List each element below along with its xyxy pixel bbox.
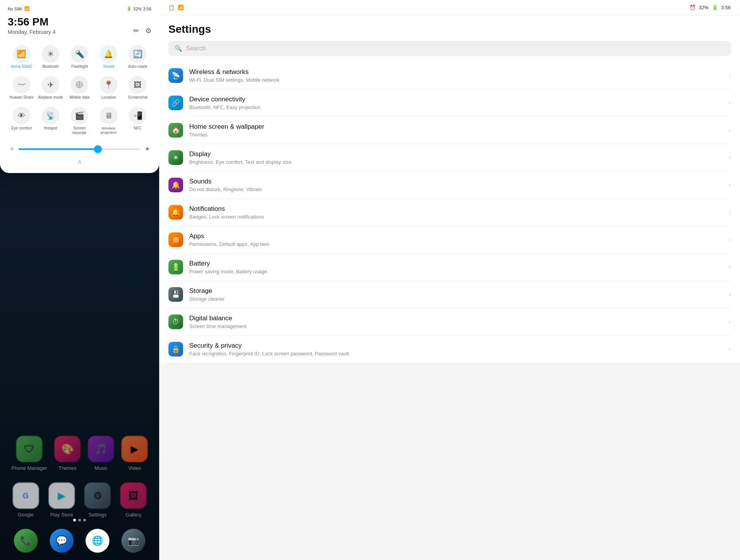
- toggle-sound[interactable]: 🔔 Sound: [95, 42, 122, 71]
- settings-content: Settings 🔍 Search 📡 Wireless & networks …: [159, 15, 740, 363]
- notif-header-row: 3:56 PM Monday, February 4 ✏ ⚙: [8, 16, 151, 35]
- toggle-screen-recorder[interactable]: 🎬 Screen recorder: [66, 104, 93, 138]
- security-subtitle: Face recognition, Fingerprint ID, Lock s…: [189, 351, 729, 357]
- device-chevron: ›: [729, 99, 731, 106]
- dock-chrome-icon[interactable]: 🌐: [86, 529, 109, 553]
- panel-collapse-arrow[interactable]: ∧: [8, 158, 151, 165]
- blur-app-settings: ⚙ Settings: [84, 483, 111, 518]
- edit-button[interactable]: ✏: [133, 27, 139, 35]
- nfc-label: NFC: [134, 126, 142, 131]
- notifications-subtitle: Badges, Lock screen notifications: [189, 214, 729, 220]
- wireless-title: Wireless & networks: [189, 68, 729, 76]
- notif-header-icons: ✏ ⚙: [133, 27, 151, 35]
- location-icon: 📍: [100, 76, 118, 94]
- settings-item-security[interactable]: 🔒 Security & privacy Face recognition, F…: [168, 336, 731, 363]
- display-title: Display: [189, 150, 729, 158]
- storage-subtitle: Storage cleaner: [189, 296, 729, 302]
- digital-icon: ⏱: [168, 314, 183, 329]
- huawei-share-icon: 〰: [13, 76, 30, 94]
- bluetooth-label: Bluetooth: [42, 64, 59, 69]
- storage-text: Storage Storage cleaner: [189, 287, 729, 302]
- toggle-flashlight[interactable]: 🔦 Flashlight: [66, 42, 93, 71]
- settings-button[interactable]: ⚙: [145, 27, 151, 35]
- security-icon: 🔒: [168, 342, 183, 357]
- wireless-proj-icon: 🖥: [100, 107, 118, 124]
- blur-app-label: Phone Manager: [12, 465, 47, 471]
- wireless-chevron: ›: [729, 72, 731, 79]
- dock-messages-icon[interactable]: 💬: [50, 529, 74, 553]
- device-subtitle: Bluetooth, NFC, Easy projection: [189, 104, 729, 110]
- dock-camera-icon[interactable]: 📷: [121, 529, 145, 553]
- toggle-wireless-proj[interactable]: 🖥 Wireless projection: [95, 104, 122, 138]
- toggle-hotspot[interactable]: 📡 Hotspot: [37, 104, 64, 138]
- sounds-text: Sounds Do not disturb, Ringtone, Vibrate: [189, 178, 729, 192]
- home-subtitle: Themes: [189, 132, 729, 138]
- settings-item-digital[interactable]: ⏱ Digital balance Screen time management…: [168, 308, 731, 336]
- mobile-data-label: Mobile data: [70, 95, 90, 100]
- settings-status-bar: 📋 📶 ⏰ 32% 🔋 3:56: [159, 0, 740, 15]
- blur-app-gallery: 🖼 Gallery: [120, 483, 146, 518]
- left-phone-bg-apps: 🛡 Phone Manager 🎨 Themes 🎵 Music ▶ Video…: [0, 436, 159, 529]
- blur-app-playstore: ▶ Play Store: [49, 483, 75, 518]
- brightness-high-icon: ☀: [145, 145, 150, 153]
- settings-sim-icon: 📋: [168, 5, 175, 10]
- wireless-text: Wireless & networks Wi-Fi, Dual SIM sett…: [189, 68, 729, 83]
- toggle-screenshot[interactable]: 🖼 Screenshot: [124, 73, 151, 102]
- toggle-bluetooth[interactable]: ✳ Bluetooth: [37, 42, 64, 71]
- settings-item-battery[interactable]: 🔋 Battery Power saving mode, Battery usa…: [168, 254, 731, 281]
- toggle-wifi[interactable]: 📶 Avina 5GHZ: [8, 42, 35, 71]
- huawei-share-label: Huawei Share: [9, 95, 34, 100]
- wifi-icon: 📶: [13, 45, 30, 63]
- blur-app-google: G Google: [13, 483, 39, 518]
- settings-item-apps[interactable]: ⊞ Apps Permissions, Default apps, App tw…: [168, 226, 731, 254]
- notifications-icon: 🔔: [168, 205, 183, 220]
- settings-item-notifications[interactable]: 🔔 Notifications Badges, Lock screen noti…: [168, 199, 731, 226]
- storage-icon: 💾: [168, 287, 183, 302]
- notif-date: Monday, February 4: [8, 29, 56, 35]
- search-input[interactable]: Search: [186, 45, 206, 52]
- settings-panel: 📋 📶 ⏰ 32% 🔋 3:56 Settings 🔍 Search 📡 Wir…: [159, 0, 740, 560]
- dot-2: [78, 519, 81, 521]
- sound-label: Sound: [103, 64, 114, 69]
- battery-icon: 🔋: [168, 260, 183, 274]
- dot-1: [73, 519, 76, 521]
- apps-title: Apps: [189, 232, 729, 240]
- brightness-row[interactable]: ☀ ☀: [8, 143, 151, 155]
- settings-item-storage[interactable]: 💾 Storage Storage cleaner ›: [168, 281, 731, 308]
- settings-search-box[interactable]: 🔍 Search: [168, 41, 731, 56]
- toggle-autorotate[interactable]: 🔄 Auto-rotate: [124, 42, 151, 71]
- storage-chevron: ›: [729, 291, 731, 298]
- toggle-mobile-data[interactable]: ⓫ Mobile data: [66, 73, 93, 102]
- settings-item-sounds[interactable]: 🔔 Sounds Do not disturb, Ringtone, Vibra…: [168, 172, 731, 199]
- blur-app-phone-manager: 🛡 Phone Manager: [12, 436, 47, 471]
- settings-status-icons: 📋 📶: [168, 5, 184, 10]
- toggle-nfc[interactable]: 📲 NFC: [124, 104, 151, 138]
- home-text: Home screen & wallpaper Themes: [189, 123, 729, 138]
- sounds-subtitle: Do not disturb, Ringtone, Vibrate: [189, 187, 729, 192]
- settings-item-display[interactable]: ☀ Display Brightness, Eye comfort, Text …: [168, 144, 731, 172]
- settings-item-device[interactable]: 🔗 Device connectivity Bluetooth, NFC, Ea…: [168, 89, 731, 117]
- settings-item-wireless[interactable]: 📡 Wireless & networks Wi-Fi, Dual SIM se…: [168, 62, 731, 89]
- blur-app-label: Video: [128, 465, 141, 471]
- screen-recorder-label: Screen recorder: [67, 126, 92, 135]
- toggle-huawei-share[interactable]: 〰 Huawei Share: [8, 73, 35, 102]
- location-label: Location: [101, 95, 116, 100]
- device-title: Device connectivity: [189, 96, 729, 103]
- settings-battery-icon: 🔋: [712, 5, 718, 10]
- settings-item-home[interactable]: 🏠 Home screen & wallpaper Themes ›: [168, 117, 731, 144]
- blur-app-video: ▶ Video: [121, 436, 148, 471]
- dot-3: [83, 519, 86, 521]
- toggle-eye-comfort[interactable]: 👁 Eye comfort: [8, 104, 35, 138]
- brightness-slider[interactable]: [18, 148, 141, 150]
- wireless-subtitle: Wi-Fi, Dual SIM settings, Mobile network: [189, 77, 729, 83]
- toggle-airplane[interactable]: ✈ Airplane mode: [37, 73, 64, 102]
- battery-subtitle: Power saving mode, Battery usage: [189, 269, 729, 274]
- dock-phone-icon[interactable]: 📞: [14, 529, 38, 553]
- sound-icon: 🔔: [100, 45, 118, 63]
- toggle-location[interactable]: 📍 Location: [95, 73, 122, 102]
- sounds-icon: 🔔: [168, 178, 183, 192]
- wireless-proj-label: Wireless projection: [96, 126, 121, 135]
- battery-chevron: ›: [729, 264, 731, 271]
- screenshot-icon: 🖼: [129, 76, 146, 94]
- blur-app-music: 🎵 Music: [88, 436, 114, 471]
